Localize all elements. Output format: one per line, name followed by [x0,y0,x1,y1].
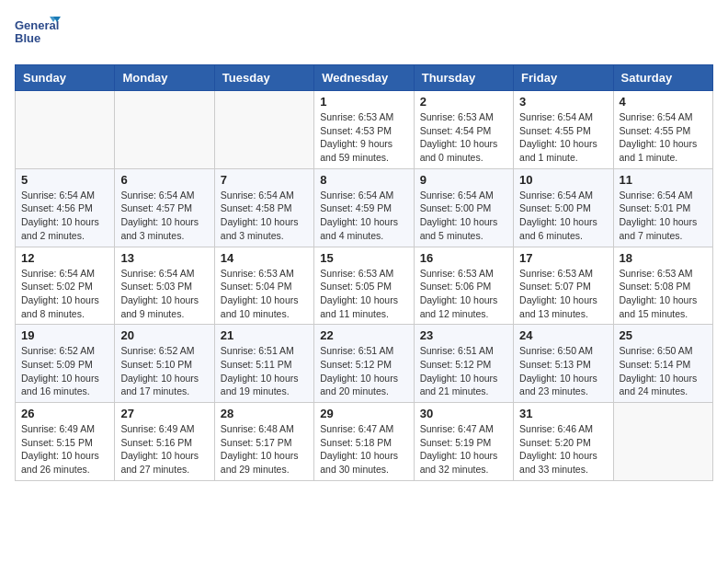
day-info: Sunrise: 6:54 AM Sunset: 4:56 PM Dayligh… [21,189,108,243]
day-number: 25 [620,328,707,342]
day-number: 16 [420,251,507,265]
calendar-cell: 12Sunrise: 6:54 AM Sunset: 5:02 PM Dayli… [16,247,115,325]
day-info: Sunrise: 6:53 AM Sunset: 5:05 PM Dayligh… [320,267,407,321]
day-info: Sunrise: 6:54 AM Sunset: 4:59 PM Dayligh… [320,189,407,243]
day-number: 7 [221,173,308,187]
day-info: Sunrise: 6:54 AM Sunset: 5:00 PM Dayligh… [519,189,607,243]
day-number: 18 [620,251,707,265]
day-number: 3 [519,95,607,109]
calendar-week-row: 26Sunrise: 6:49 AM Sunset: 5:15 PM Dayli… [16,403,713,481]
calendar-cell: 23Sunrise: 6:51 AM Sunset: 5:12 PM Dayli… [414,325,513,403]
calendar-cell: 11Sunrise: 6:54 AM Sunset: 5:01 PM Dayli… [613,168,712,247]
calendar-cell: 2Sunrise: 6:53 AM Sunset: 4:54 PM Daylig… [414,91,513,169]
calendar-cell: 5Sunrise: 6:54 AM Sunset: 4:56 PM Daylig… [16,168,115,247]
day-info: Sunrise: 6:51 AM Sunset: 5:12 PM Dayligh… [420,344,507,398]
day-number: 26 [21,407,108,420]
day-number: 29 [320,407,407,420]
calendar-cell: 17Sunrise: 6:53 AM Sunset: 5:07 PM Dayli… [514,247,613,325]
day-number: 12 [21,251,108,265]
day-info: Sunrise: 6:54 AM Sunset: 4:55 PM Dayligh… [620,110,707,165]
day-info: Sunrise: 6:50 AM Sunset: 5:13 PM Dayligh… [519,344,607,398]
day-number: 23 [420,328,507,342]
calendar-cell: 25Sunrise: 6:50 AM Sunset: 5:14 PM Dayli… [613,325,712,403]
day-info: Sunrise: 6:53 AM Sunset: 5:07 PM Dayligh… [519,267,607,321]
day-number: 21 [221,328,308,342]
day-number: 27 [120,407,208,420]
calendar-cell [16,91,115,169]
calendar-cell: 7Sunrise: 6:54 AM Sunset: 4:58 PM Daylig… [214,168,313,247]
svg-text:Blue: Blue [15,31,40,45]
day-info: Sunrise: 6:54 AM Sunset: 4:57 PM Dayligh… [120,189,208,243]
logo: General Blue [15,15,61,53]
calendar-cell [613,403,712,481]
day-info: Sunrise: 6:47 AM Sunset: 5:19 PM Dayligh… [420,422,507,477]
weekday-header-wednesday: Wednesday [314,65,414,91]
calendar-cell: 24Sunrise: 6:50 AM Sunset: 5:13 PM Dayli… [514,325,613,403]
page-header: General Blue [15,15,713,53]
day-info: Sunrise: 6:49 AM Sunset: 5:16 PM Dayligh… [120,422,208,477]
calendar-cell: 26Sunrise: 6:49 AM Sunset: 5:15 PM Dayli… [16,403,115,481]
weekday-header-thursday: Thursday [414,65,513,91]
calendar-cell: 30Sunrise: 6:47 AM Sunset: 5:19 PM Dayli… [414,403,513,481]
calendar-cell: 28Sunrise: 6:48 AM Sunset: 5:17 PM Dayli… [214,403,313,481]
weekday-header-saturday: Saturday [613,65,712,91]
calendar-cell: 31Sunrise: 6:46 AM Sunset: 5:20 PM Dayli… [514,403,613,481]
day-info: Sunrise: 6:48 AM Sunset: 5:17 PM Dayligh… [221,422,308,477]
day-info: Sunrise: 6:53 AM Sunset: 5:06 PM Dayligh… [420,267,507,321]
day-info: Sunrise: 6:53 AM Sunset: 5:08 PM Dayligh… [620,267,707,321]
day-info: Sunrise: 6:50 AM Sunset: 5:14 PM Dayligh… [620,344,707,398]
calendar-cell: 18Sunrise: 6:53 AM Sunset: 5:08 PM Dayli… [613,247,712,325]
calendar-table: SundayMondayTuesdayWednesdayThursdayFrid… [15,64,713,481]
day-info: Sunrise: 6:54 AM Sunset: 5:00 PM Dayligh… [420,189,507,243]
day-number: 11 [620,173,707,187]
logo-graphic: General Blue [15,15,61,53]
calendar-cell: 14Sunrise: 6:53 AM Sunset: 5:04 PM Dayli… [214,247,313,325]
day-info: Sunrise: 6:51 AM Sunset: 5:11 PM Dayligh… [221,344,308,398]
calendar-cell: 21Sunrise: 6:51 AM Sunset: 5:11 PM Dayli… [214,325,313,403]
calendar-cell [115,91,214,169]
day-info: Sunrise: 6:54 AM Sunset: 5:02 PM Dayligh… [21,267,108,321]
day-info: Sunrise: 6:54 AM Sunset: 4:55 PM Dayligh… [519,110,607,165]
day-info: Sunrise: 6:53 AM Sunset: 5:04 PM Dayligh… [221,267,308,321]
calendar-cell [214,91,313,169]
calendar-week-row: 5Sunrise: 6:54 AM Sunset: 4:56 PM Daylig… [16,168,713,247]
day-number: 30 [420,407,507,420]
day-info: Sunrise: 6:52 AM Sunset: 5:09 PM Dayligh… [21,344,108,398]
day-number: 17 [519,251,607,265]
day-info: Sunrise: 6:54 AM Sunset: 5:03 PM Dayligh… [120,267,208,321]
calendar-cell: 19Sunrise: 6:52 AM Sunset: 5:09 PM Dayli… [16,325,115,403]
calendar-cell: 20Sunrise: 6:52 AM Sunset: 5:10 PM Dayli… [115,325,214,403]
day-number: 8 [320,173,407,187]
day-number: 10 [519,173,607,187]
day-info: Sunrise: 6:47 AM Sunset: 5:18 PM Dayligh… [320,422,407,477]
day-info: Sunrise: 6:52 AM Sunset: 5:10 PM Dayligh… [120,344,208,398]
calendar-cell: 15Sunrise: 6:53 AM Sunset: 5:05 PM Dayli… [314,247,414,325]
day-number: 14 [221,251,308,265]
day-info: Sunrise: 6:54 AM Sunset: 5:01 PM Dayligh… [620,189,707,243]
day-number: 4 [620,95,707,109]
day-number: 6 [120,173,208,187]
day-number: 31 [519,407,607,420]
day-info: Sunrise: 6:49 AM Sunset: 5:15 PM Dayligh… [21,422,108,477]
calendar-cell: 8Sunrise: 6:54 AM Sunset: 4:59 PM Daylig… [314,168,414,247]
calendar-cell: 22Sunrise: 6:51 AM Sunset: 5:12 PM Dayli… [314,325,414,403]
day-info: Sunrise: 6:51 AM Sunset: 5:12 PM Dayligh… [320,344,407,398]
day-number: 1 [320,95,407,109]
calendar-cell: 10Sunrise: 6:54 AM Sunset: 5:00 PM Dayli… [514,168,613,247]
weekday-header-friday: Friday [514,65,613,91]
calendar-cell: 13Sunrise: 6:54 AM Sunset: 5:03 PM Dayli… [115,247,214,325]
calendar-cell: 9Sunrise: 6:54 AM Sunset: 5:00 PM Daylig… [414,168,513,247]
day-info: Sunrise: 6:53 AM Sunset: 4:53 PM Dayligh… [320,110,407,165]
calendar-week-row: 19Sunrise: 6:52 AM Sunset: 5:09 PM Dayli… [16,325,713,403]
day-number: 5 [21,173,108,187]
day-number: 9 [420,173,507,187]
calendar-cell: 4Sunrise: 6:54 AM Sunset: 4:55 PM Daylig… [613,91,712,169]
logo-container: General Blue [15,15,61,53]
calendar-cell: 6Sunrise: 6:54 AM Sunset: 4:57 PM Daylig… [115,168,214,247]
calendar-cell: 27Sunrise: 6:49 AM Sunset: 5:16 PM Dayli… [115,403,214,481]
day-number: 28 [221,407,308,420]
weekday-header-sunday: Sunday [16,65,115,91]
day-number: 20 [120,328,208,342]
calendar-header-row: SundayMondayTuesdayWednesdayThursdayFrid… [16,65,713,91]
day-number: 13 [120,251,208,265]
